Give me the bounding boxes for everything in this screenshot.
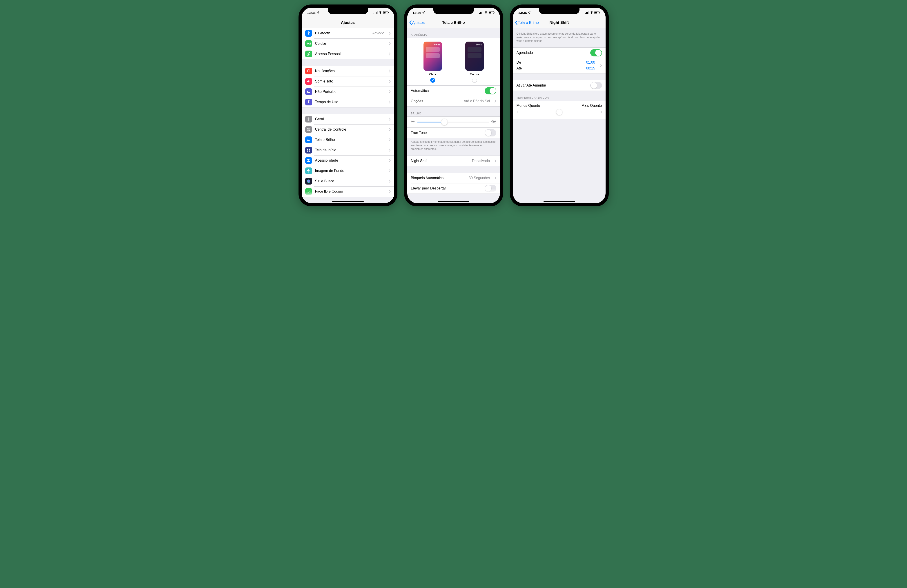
phone-tela-brilho: 13:36 Ajustes Tela e Brilho APARÊNCIA — [404, 5, 503, 206]
settings-row-central-de-controle[interactable]: Central de Controle — [302, 124, 394, 135]
settings-row-geral[interactable]: Geral — [302, 114, 394, 124]
svg-text:A: A — [309, 139, 310, 141]
settings-row-tela-de-início[interactable]: Tela de Início — [302, 145, 394, 155]
chevron-icon — [389, 190, 391, 193]
toggle-scheduled[interactable] — [590, 49, 602, 56]
appearance-option-light[interactable]: 09:41 Clara — [423, 42, 442, 83]
radio-light[interactable] — [430, 78, 435, 83]
settings-row-tempo-de-uso[interactable]: Tempo de Uso — [302, 97, 394, 107]
value-autolock: 30 Segundos — [469, 176, 490, 180]
settings-row-acesso-pessoal[interactable]: Acesso Pessoal — [302, 49, 394, 59]
settings-row-imagem-de-fundo[interactable]: Imagem de Fundo — [302, 166, 394, 176]
home-indicator[interactable] — [438, 201, 470, 202]
svg-point-14 — [309, 130, 309, 130]
moon-icon — [305, 88, 312, 95]
svg-line-47 — [413, 120, 414, 121]
appearance-picker: 09:41 Clara 09:41 Escura — [407, 38, 500, 85]
section-header-brilho: BRILHO — [407, 107, 500, 117]
svg-point-48 — [493, 120, 495, 122]
label-enable-tomorrow: Ativar Até Amanhã — [516, 83, 587, 87]
gear-icon — [305, 116, 312, 122]
wifi-icon — [378, 11, 382, 14]
svg-point-39 — [412, 121, 413, 122]
settings-row-notificações[interactable]: Notificações — [302, 66, 394, 76]
appearance-label-dark: Escura — [470, 73, 479, 76]
svg-rect-31 — [307, 190, 310, 193]
settings-row-face-id-e-código[interactable]: Face ID e Código — [302, 186, 394, 197]
value-options: Até o Pôr do Sol — [464, 99, 490, 103]
notch — [328, 8, 368, 14]
value-nightshift: Desativado — [472, 159, 490, 163]
nav-bar: Ajustes Tela e Brilho — [407, 18, 500, 28]
row-raise-to-wake: Elevar para Despertar — [407, 183, 500, 194]
svg-line-55 — [492, 123, 492, 123]
appearance-preview-light: 09:41 — [423, 42, 442, 71]
toggle-automatic[interactable] — [485, 87, 496, 95]
toggle-enable-tomorrow[interactable] — [590, 82, 602, 89]
back-button[interactable]: Ajustes — [409, 21, 425, 25]
settings-row-siri-e-busca[interactable]: Siri e Busca — [302, 176, 394, 186]
bluetooth-icon — [305, 30, 312, 37]
row-options[interactable]: Opções Até o Pôr do Sol — [407, 96, 500, 106]
settings-row-não-perturbe[interactable]: Não Perturbe — [302, 87, 394, 97]
svg-rect-1 — [375, 12, 375, 14]
svg-rect-19 — [307, 151, 308, 152]
settings-row-celular[interactable]: Celular — [302, 38, 394, 49]
appearance-label-light: Clara — [429, 73, 436, 76]
label-autolock: Bloqueio Automático — [411, 176, 466, 180]
grid-icon — [305, 147, 312, 154]
home-indicator[interactable] — [543, 201, 575, 202]
svg-rect-57 — [585, 13, 586, 14]
slider-brightness[interactable] — [417, 119, 489, 125]
chevron-icon — [389, 169, 391, 172]
chevron-icon — [389, 52, 391, 56]
cellular-icon — [373, 11, 378, 14]
back-button[interactable]: Tela e Brilho — [515, 21, 539, 25]
footer-truetone: Adapte a tela do iPhone automaticamente … — [407, 138, 500, 152]
svg-rect-62 — [595, 12, 597, 13]
settings-row-tela-e-brilho[interactable]: AATela e Brilho — [302, 135, 394, 145]
toggle-raise[interactable] — [485, 185, 496, 192]
svg-rect-32 — [479, 13, 480, 14]
settings-row-bluetooth[interactable]: BluetoothAtivado — [302, 28, 394, 38]
settings-row-label: Siri e Busca — [315, 179, 385, 183]
status-time: 13:36 — [307, 11, 316, 14]
chevron-icon — [389, 101, 391, 104]
svg-point-27 — [309, 170, 311, 171]
settings-row-label: Central de Controle — [315, 127, 385, 131]
label-less-warm: Menos Quente — [516, 104, 540, 108]
settings-row-som-e-tato[interactable]: Som e Tato — [302, 76, 394, 87]
row-schedule-times[interactable]: De 01:00 Até 08:15 — [513, 58, 606, 74]
chevron-icon — [389, 90, 391, 93]
radio-dark[interactable] — [472, 78, 477, 83]
settings-row-label: Acesso Pessoal — [315, 52, 385, 56]
hourglass-icon — [305, 99, 312, 106]
status-time: 13:36 — [413, 11, 421, 14]
settings-row-label: Acessibilidade — [315, 159, 385, 162]
value-to: 08:15 — [586, 66, 595, 70]
settings-row-label: Imagem de Fundo — [315, 169, 385, 173]
cellular-icon — [479, 11, 483, 14]
chevron-icon — [389, 149, 391, 152]
label-from: De — [516, 61, 521, 64]
svg-point-9 — [309, 69, 310, 71]
svg-rect-33 — [480, 12, 481, 14]
settings-row-label: Tela de Início — [315, 148, 385, 152]
speaker-icon — [305, 78, 312, 85]
home-indicator[interactable] — [332, 201, 364, 202]
svg-rect-63 — [599, 12, 600, 13]
row-nightshift[interactable]: Night Shift Desativado — [407, 156, 500, 166]
notch — [539, 8, 580, 14]
settings-row-acessibilidade[interactable]: Acessibilidade — [302, 155, 394, 166]
settings-row-label: Não Perturbe — [315, 90, 385, 94]
row-autolock[interactable]: Bloqueio Automático 30 Segundos — [407, 173, 500, 183]
settings-row-label: Face ID e Código — [315, 189, 385, 194]
toggles-icon — [305, 126, 312, 133]
svg-point-28 — [307, 179, 310, 183]
svg-point-22 — [308, 160, 309, 161]
toggle-truetone[interactable] — [485, 129, 496, 136]
brightness-high-icon — [491, 119, 496, 125]
label-options: Opções — [411, 99, 461, 103]
slider-color-temp[interactable] — [513, 108, 606, 119]
appearance-option-dark[interactable]: 09:41 Escura — [465, 42, 484, 83]
